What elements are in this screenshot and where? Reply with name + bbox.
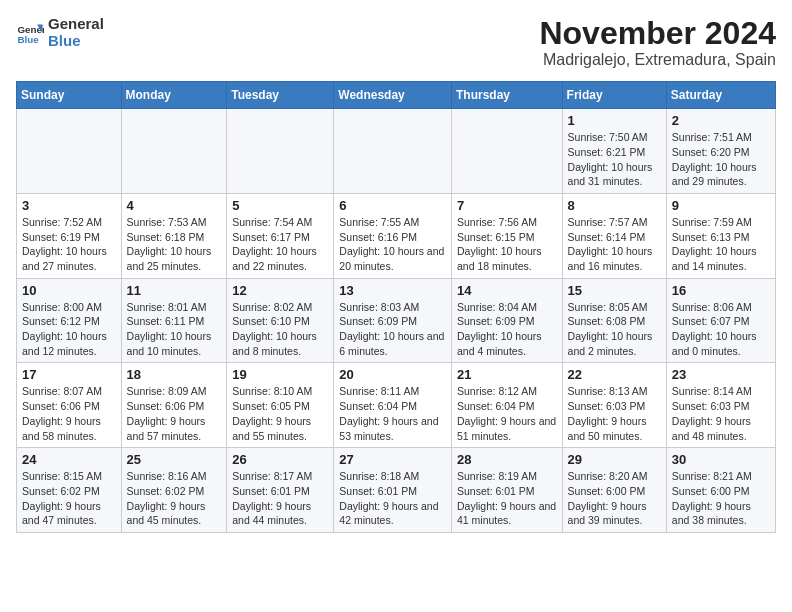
logo-icon: General Blue xyxy=(16,19,44,47)
day-info: Sunrise: 8:20 AM Sunset: 6:00 PM Dayligh… xyxy=(568,469,661,528)
day-number: 18 xyxy=(127,367,222,382)
header-sunday: Sunday xyxy=(17,82,122,109)
calendar-cell: 26Sunrise: 8:17 AM Sunset: 6:01 PM Dayli… xyxy=(227,448,334,533)
day-info: Sunrise: 7:56 AM Sunset: 6:15 PM Dayligh… xyxy=(457,215,557,274)
calendar-cell: 7Sunrise: 7:56 AM Sunset: 6:15 PM Daylig… xyxy=(451,193,562,278)
calendar-cell xyxy=(227,109,334,194)
day-number: 30 xyxy=(672,452,770,467)
calendar-table: SundayMondayTuesdayWednesdayThursdayFrid… xyxy=(16,81,776,533)
day-info: Sunrise: 8:03 AM Sunset: 6:09 PM Dayligh… xyxy=(339,300,446,359)
calendar-cell: 3Sunrise: 7:52 AM Sunset: 6:19 PM Daylig… xyxy=(17,193,122,278)
day-number: 5 xyxy=(232,198,328,213)
day-number: 25 xyxy=(127,452,222,467)
day-number: 27 xyxy=(339,452,446,467)
calendar-cell: 17Sunrise: 8:07 AM Sunset: 6:06 PM Dayli… xyxy=(17,363,122,448)
calendar-cell: 6Sunrise: 7:55 AM Sunset: 6:16 PM Daylig… xyxy=(334,193,452,278)
calendar-cell: 9Sunrise: 7:59 AM Sunset: 6:13 PM Daylig… xyxy=(666,193,775,278)
calendar-cell: 10Sunrise: 8:00 AM Sunset: 6:12 PM Dayli… xyxy=(17,278,122,363)
header: General Blue General Blue November 2024 … xyxy=(16,16,776,69)
calendar-cell: 4Sunrise: 7:53 AM Sunset: 6:18 PM Daylig… xyxy=(121,193,227,278)
day-number: 23 xyxy=(672,367,770,382)
day-number: 21 xyxy=(457,367,557,382)
header-tuesday: Tuesday xyxy=(227,82,334,109)
calendar-cell: 5Sunrise: 7:54 AM Sunset: 6:17 PM Daylig… xyxy=(227,193,334,278)
day-info: Sunrise: 7:55 AM Sunset: 6:16 PM Dayligh… xyxy=(339,215,446,274)
day-number: 26 xyxy=(232,452,328,467)
calendar-cell: 8Sunrise: 7:57 AM Sunset: 6:14 PM Daylig… xyxy=(562,193,666,278)
calendar-cell: 18Sunrise: 8:09 AM Sunset: 6:06 PM Dayli… xyxy=(121,363,227,448)
day-info: Sunrise: 7:59 AM Sunset: 6:13 PM Dayligh… xyxy=(672,215,770,274)
calendar-cell: 11Sunrise: 8:01 AM Sunset: 6:11 PM Dayli… xyxy=(121,278,227,363)
calendar-header-row: SundayMondayTuesdayWednesdayThursdayFrid… xyxy=(17,82,776,109)
calendar-cell: 22Sunrise: 8:13 AM Sunset: 6:03 PM Dayli… xyxy=(562,363,666,448)
day-info: Sunrise: 7:51 AM Sunset: 6:20 PM Dayligh… xyxy=(672,130,770,189)
calendar-cell: 20Sunrise: 8:11 AM Sunset: 6:04 PM Dayli… xyxy=(334,363,452,448)
svg-text:Blue: Blue xyxy=(17,33,39,44)
calendar-week-row: 24Sunrise: 8:15 AM Sunset: 6:02 PM Dayli… xyxy=(17,448,776,533)
calendar-cell: 16Sunrise: 8:06 AM Sunset: 6:07 PM Dayli… xyxy=(666,278,775,363)
calendar-cell: 25Sunrise: 8:16 AM Sunset: 6:02 PM Dayli… xyxy=(121,448,227,533)
calendar-week-row: 3Sunrise: 7:52 AM Sunset: 6:19 PM Daylig… xyxy=(17,193,776,278)
day-number: 24 xyxy=(22,452,116,467)
calendar-cell: 21Sunrise: 8:12 AM Sunset: 6:04 PM Dayli… xyxy=(451,363,562,448)
day-number: 7 xyxy=(457,198,557,213)
day-info: Sunrise: 8:07 AM Sunset: 6:06 PM Dayligh… xyxy=(22,384,116,443)
header-monday: Monday xyxy=(121,82,227,109)
calendar-cell: 2Sunrise: 7:51 AM Sunset: 6:20 PM Daylig… xyxy=(666,109,775,194)
day-number: 1 xyxy=(568,113,661,128)
day-number: 22 xyxy=(568,367,661,382)
day-number: 12 xyxy=(232,283,328,298)
day-info: Sunrise: 8:12 AM Sunset: 6:04 PM Dayligh… xyxy=(457,384,557,443)
subtitle: Madrigalejo, Extremadura, Spain xyxy=(539,51,776,69)
day-info: Sunrise: 8:11 AM Sunset: 6:04 PM Dayligh… xyxy=(339,384,446,443)
calendar-cell xyxy=(121,109,227,194)
logo: General Blue General Blue xyxy=(16,16,104,49)
day-number: 17 xyxy=(22,367,116,382)
day-number: 20 xyxy=(339,367,446,382)
day-number: 4 xyxy=(127,198,222,213)
day-info: Sunrise: 8:00 AM Sunset: 6:12 PM Dayligh… xyxy=(22,300,116,359)
calendar-week-row: 1Sunrise: 7:50 AM Sunset: 6:21 PM Daylig… xyxy=(17,109,776,194)
calendar-week-row: 10Sunrise: 8:00 AM Sunset: 6:12 PM Dayli… xyxy=(17,278,776,363)
day-info: Sunrise: 8:21 AM Sunset: 6:00 PM Dayligh… xyxy=(672,469,770,528)
header-thursday: Thursday xyxy=(451,82,562,109)
calendar-cell xyxy=(17,109,122,194)
calendar-cell: 19Sunrise: 8:10 AM Sunset: 6:05 PM Dayli… xyxy=(227,363,334,448)
calendar-cell: 23Sunrise: 8:14 AM Sunset: 6:03 PM Dayli… xyxy=(666,363,775,448)
day-info: Sunrise: 8:09 AM Sunset: 6:06 PM Dayligh… xyxy=(127,384,222,443)
calendar-cell: 24Sunrise: 8:15 AM Sunset: 6:02 PM Dayli… xyxy=(17,448,122,533)
day-info: Sunrise: 7:52 AM Sunset: 6:19 PM Dayligh… xyxy=(22,215,116,274)
day-info: Sunrise: 8:17 AM Sunset: 6:01 PM Dayligh… xyxy=(232,469,328,528)
logo-blue: Blue xyxy=(48,32,81,49)
calendar-week-row: 17Sunrise: 8:07 AM Sunset: 6:06 PM Dayli… xyxy=(17,363,776,448)
day-info: Sunrise: 7:54 AM Sunset: 6:17 PM Dayligh… xyxy=(232,215,328,274)
day-number: 8 xyxy=(568,198,661,213)
day-info: Sunrise: 8:18 AM Sunset: 6:01 PM Dayligh… xyxy=(339,469,446,528)
header-friday: Friday xyxy=(562,82,666,109)
day-info: Sunrise: 8:02 AM Sunset: 6:10 PM Dayligh… xyxy=(232,300,328,359)
day-info: Sunrise: 8:19 AM Sunset: 6:01 PM Dayligh… xyxy=(457,469,557,528)
day-number: 13 xyxy=(339,283,446,298)
day-info: Sunrise: 7:50 AM Sunset: 6:21 PM Dayligh… xyxy=(568,130,661,189)
day-info: Sunrise: 8:04 AM Sunset: 6:09 PM Dayligh… xyxy=(457,300,557,359)
day-info: Sunrise: 8:10 AM Sunset: 6:05 PM Dayligh… xyxy=(232,384,328,443)
day-info: Sunrise: 8:06 AM Sunset: 6:07 PM Dayligh… xyxy=(672,300,770,359)
calendar-cell: 27Sunrise: 8:18 AM Sunset: 6:01 PM Dayli… xyxy=(334,448,452,533)
day-number: 6 xyxy=(339,198,446,213)
calendar-cell: 30Sunrise: 8:21 AM Sunset: 6:00 PM Dayli… xyxy=(666,448,775,533)
logo-general: General xyxy=(48,15,104,32)
calendar-cell: 1Sunrise: 7:50 AM Sunset: 6:21 PM Daylig… xyxy=(562,109,666,194)
header-wednesday: Wednesday xyxy=(334,82,452,109)
calendar-cell xyxy=(334,109,452,194)
day-number: 2 xyxy=(672,113,770,128)
calendar-cell: 15Sunrise: 8:05 AM Sunset: 6:08 PM Dayli… xyxy=(562,278,666,363)
day-info: Sunrise: 7:53 AM Sunset: 6:18 PM Dayligh… xyxy=(127,215,222,274)
day-info: Sunrise: 8:13 AM Sunset: 6:03 PM Dayligh… xyxy=(568,384,661,443)
day-number: 16 xyxy=(672,283,770,298)
day-number: 28 xyxy=(457,452,557,467)
day-number: 9 xyxy=(672,198,770,213)
day-info: Sunrise: 8:01 AM Sunset: 6:11 PM Dayligh… xyxy=(127,300,222,359)
day-number: 19 xyxy=(232,367,328,382)
day-info: Sunrise: 8:14 AM Sunset: 6:03 PM Dayligh… xyxy=(672,384,770,443)
calendar-cell: 13Sunrise: 8:03 AM Sunset: 6:09 PM Dayli… xyxy=(334,278,452,363)
